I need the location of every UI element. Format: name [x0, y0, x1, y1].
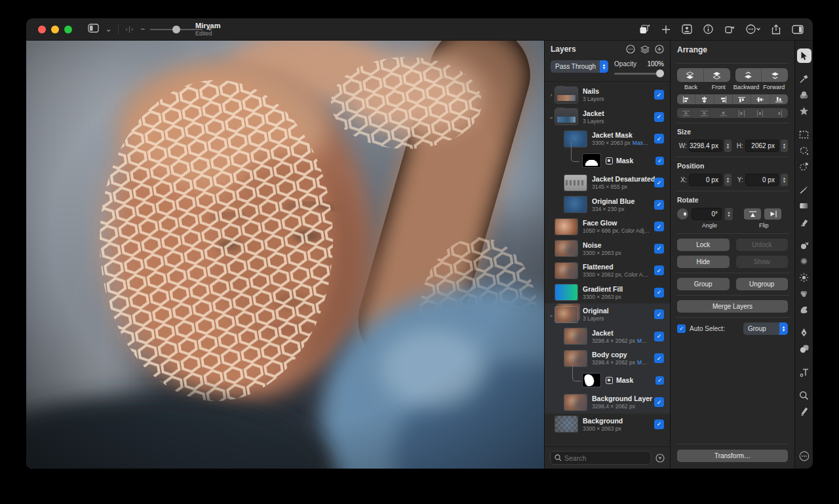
mask-link[interactable]: Mask ∨: [633, 140, 650, 146]
layer-visibility-checkbox[interactable]: ✓: [654, 90, 664, 100]
smart-erase-tool-icon[interactable]: [797, 159, 811, 174]
layer-row-gradient-fill[interactable]: Gradient Fill 3300 × 2063 px ✓: [545, 282, 670, 304]
mask-thumbnail[interactable]: [583, 374, 600, 387]
layer-thumbnail[interactable]: [555, 284, 577, 300]
transform-button[interactable]: Transform…: [677, 450, 788, 462]
layer-row-flattened[interactable]: Flattened 3300 × 2062 px, Color Adjust… …: [545, 260, 670, 282]
layer-visibility-checkbox[interactable]: ✓: [654, 265, 664, 275]
layer-visibility-checkbox[interactable]: ✓: [654, 222, 664, 231]
close-window-button[interactable]: [38, 26, 46, 33]
mask-link[interactable]: Mask ›: [637, 338, 650, 344]
flip-horizontal-button[interactable]: [764, 208, 781, 220]
align-middle-v-button[interactable]: [751, 94, 769, 104]
layer-row-nails[interactable]: › Nails 3 Layers ✓: [545, 84, 670, 106]
group-button[interactable]: Group: [677, 278, 730, 290]
layer-thumbnail[interactable]: [555, 416, 577, 432]
layer-visibility-checkbox[interactable]: ✓: [654, 309, 664, 319]
x-field[interactable]: 0 px: [689, 174, 722, 186]
angle-stepper[interactable]: ▲▼: [725, 208, 733, 220]
layer-visibility-checkbox[interactable]: ✓: [654, 332, 664, 341]
layer-row-body-copy[interactable]: Body copy 3298.4 × 2062 pxMask ∨ ✓: [545, 347, 670, 370]
layer-thumbnail[interactable]: [555, 219, 577, 235]
search-filter-icon[interactable]: [655, 454, 665, 463]
layer-thumbnail[interactable]: [555, 109, 577, 125]
more-options-icon[interactable]: [746, 24, 760, 34]
quick-select-tool-icon[interactable]: [797, 144, 811, 158]
zoom-window-button[interactable]: [64, 26, 72, 33]
layer-row-jacket-group[interactable]: ⌄ Jacket 3 Layers ✓: [545, 106, 670, 128]
colors-tool-icon[interactable]: [797, 88, 811, 102]
layers-options-icon[interactable]: [626, 45, 635, 54]
layer-search-field[interactable]: [550, 451, 652, 465]
layer-row-noise[interactable]: Noise 3300 × 2063 px ✓: [545, 238, 670, 260]
flip-vertical-button[interactable]: [744, 208, 761, 220]
layer-visibility-checkbox[interactable]: ✓: [654, 397, 664, 407]
gradient-tool-icon[interactable]: [797, 199, 811, 213]
pen-tool-icon[interactable]: [797, 326, 811, 340]
align-right-button[interactable]: [714, 94, 732, 104]
align-left-button[interactable]: [677, 94, 695, 104]
send-backward-button[interactable]: [735, 68, 762, 82]
opacity-slider[interactable]: [614, 69, 664, 77]
layer-visibility-checkbox[interactable]: ✓: [654, 112, 664, 122]
photo-browser-icon[interactable]: [682, 24, 692, 34]
layer-visibility-checkbox[interactable]: ✓: [654, 353, 664, 363]
annotate-tool-icon[interactable]: [797, 404, 811, 419]
warp-tool-icon[interactable]: [797, 302, 811, 317]
auto-select-checkbox[interactable]: ✓: [677, 324, 686, 333]
y-stepper[interactable]: ▲▼: [781, 174, 788, 186]
layer-thumbnail[interactable]: [564, 395, 587, 410]
align-bottom-button[interactable]: [770, 94, 788, 104]
layer-row-original-group[interactable]: ⌄ Original 3 Layers ✓: [545, 303, 670, 326]
blur-tool-icon[interactable]: [797, 254, 811, 269]
x-stepper[interactable]: ▲▼: [724, 174, 732, 186]
layer-visibility-checkbox[interactable]: ✓: [654, 178, 664, 187]
layer-row-mask[interactable]: Mask ✓: [545, 150, 670, 172]
merge-layers-button[interactable]: Merge Layers: [677, 300, 788, 313]
disclosure-chevron[interactable]: ⌄: [548, 311, 555, 318]
zoom-out-icon[interactable]: −: [140, 26, 144, 33]
layer-thumbnail[interactable]: [555, 87, 577, 103]
disclosure-chevron[interactable]: ⌄: [548, 113, 555, 120]
layer-row-original-blue[interactable]: Original Blue 334 × 230 px ✓: [545, 194, 670, 216]
distort-tool-icon[interactable]: [797, 286, 811, 301]
sidebar-toggle-icon[interactable]: [88, 24, 99, 35]
blend-mode-stepper[interactable]: ▲▼: [600, 60, 608, 73]
blend-mode-select[interactable]: Pass Through ▲▼: [551, 60, 608, 73]
width-stepper[interactable]: ▲▼: [724, 140, 732, 152]
share-icon[interactable]: [771, 24, 781, 35]
auto-select-stepper[interactable]: ▲▼: [779, 322, 788, 335]
compare-icon[interactable]: ‹|›: [125, 26, 134, 33]
layer-visibility-checkbox[interactable]: ✓: [654, 419, 664, 429]
lock-button[interactable]: Lock: [677, 239, 730, 251]
chevron-down-icon[interactable]: ⌄: [106, 26, 111, 33]
layer-thumbnail[interactable]: [564, 175, 587, 191]
sharpen-tool-icon[interactable]: [797, 270, 811, 284]
layer-visibility-checkbox[interactable]: ✓: [654, 200, 664, 210]
layer-thumbnail[interactable]: [564, 197, 587, 212]
transform-icon[interactable]: [724, 24, 735, 34]
layer-row-background-layer[interactable]: Background Layer 3298.4 × 2062 px ✓: [545, 391, 670, 414]
layer-visibility-checkbox[interactable]: ✓: [654, 288, 664, 298]
layer-row-jacket-mask[interactable]: Jacket Mask 3300 × 2063 pxMask ∨ ✓: [545, 128, 670, 150]
zoom-tool-icon[interactable]: [797, 388, 811, 402]
zoom-slider-knob[interactable]: [172, 26, 180, 33]
add-icon[interactable]: [661, 25, 671, 34]
rect-select-tool-icon[interactable]: [797, 127, 811, 142]
canvas-image[interactable]: [26, 41, 544, 469]
more-tools-icon[interactable]: [797, 449, 811, 463]
hide-button[interactable]: Hide: [677, 256, 730, 268]
zoom-slider-track[interactable]: [150, 29, 203, 30]
layer-row-jacket-desaturated[interactable]: Jacket Desaturated 3145 × 855 px ✓: [545, 172, 670, 194]
layer-row-jacket-inner[interactable]: Jacket 3298.4 × 2062 pxMask › ✓: [545, 326, 670, 348]
height-field[interactable]: 2062 px: [745, 140, 779, 152]
layer-thumbnail[interactable]: [564, 328, 587, 344]
mask-thumbnail[interactable]: [583, 154, 600, 167]
bring-forward-button[interactable]: [761, 68, 788, 82]
type-tool-icon[interactable]: [797, 365, 811, 379]
layer-visibility-checkbox[interactable]: ✓: [655, 376, 664, 385]
info-icon[interactable]: [703, 24, 713, 34]
layer-filter-icon[interactable]: [640, 45, 650, 54]
angle-field[interactable]: 0°: [692, 208, 722, 220]
bring-to-front-button[interactable]: [703, 68, 730, 82]
